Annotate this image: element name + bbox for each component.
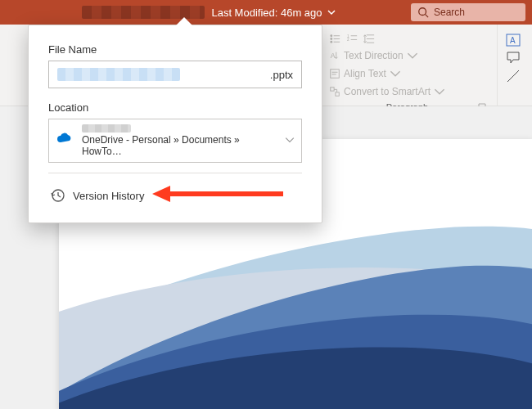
onedrive-icon [56,129,75,152]
location-picker[interactable]: OneDrive - Personal » Documents » HowTo… [48,119,302,163]
line-spacing-icon[interactable] [363,33,376,45]
svg-point-0 [419,8,426,16]
svg-rect-20 [336,92,339,96]
align-text-icon [329,68,340,79]
location-label: Location [48,101,302,114]
chevron-down-icon [434,86,445,97]
svg-rect-16 [331,70,340,79]
file-name-input[interactable]: .pptx [48,61,302,88]
svg-point-6 [330,41,332,43]
title-center: Last Modified: 46m ago [7,6,411,19]
file-name-label: File Name [48,43,302,56]
svg-line-1 [426,15,429,18]
file-extension: .pptx [270,69,293,81]
title-bar: Last Modified: 46m ago Search [0,0,532,25]
line-shape-icon[interactable] [506,69,521,83]
history-icon [50,188,65,203]
svg-point-2 [330,34,332,37]
svg-rect-19 [331,88,334,91]
svg-text:A: A [510,36,516,45]
convert-smartart-button[interactable]: Convert to SmartArt [326,84,489,99]
search-box[interactable]: Search [411,3,525,21]
svg-text:A: A [331,52,336,60]
paragraph-mini-icons: 12 [326,29,489,48]
file-name-redacted [57,68,180,81]
shapes-group: A [498,25,532,106]
search-icon [417,7,429,18]
svg-line-23 [507,70,519,82]
title-dropdown[interactable]: Last Modified: 46m ago [211,7,335,19]
align-text-button[interactable]: Align Text [326,66,489,81]
chevron-down-icon [327,8,336,16]
svg-text:2: 2 [347,38,349,42]
paragraph-group: 12 A Text Direction Align Text Convert t… [318,25,498,106]
smartart-icon [329,86,340,97]
callout-shape-icon[interactable] [506,51,521,65]
location-name-redacted [82,124,131,133]
divider [48,173,302,173]
chevron-down-icon [390,68,401,79]
version-history-button[interactable]: Version History [48,185,302,211]
version-history-label: Version History [73,190,144,202]
text-direction-icon: A [329,50,340,61]
file-info-popover: File Name .pptx Location OneDrive - Pers… [28,25,322,223]
location-path: OneDrive - Personal » Documents » HowTo… [82,134,278,157]
bullets-icon[interactable] [329,33,341,45]
text-box-shape-icon[interactable]: A [506,33,521,47]
search-placeholder: Search [434,7,465,18]
numbering-icon[interactable]: 12 [346,33,358,45]
text-direction-button[interactable]: A Text Direction [326,48,489,63]
svg-point-4 [330,38,332,40]
chevron-down-icon [285,133,295,148]
chevron-down-icon [407,50,418,61]
last-modified-label: Last Modified: 46m ago [211,7,322,19]
